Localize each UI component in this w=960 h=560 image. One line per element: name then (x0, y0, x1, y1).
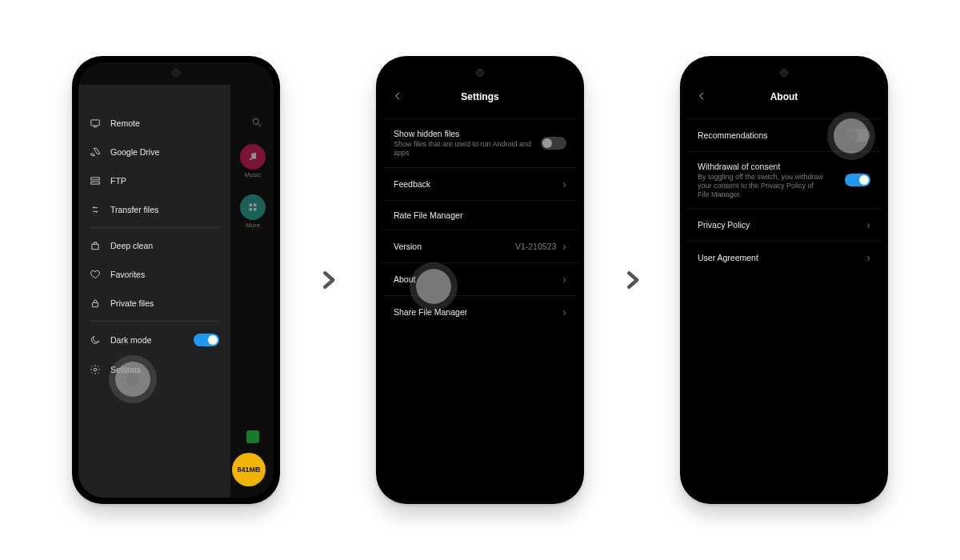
drawer-label: Google Drive (110, 147, 159, 157)
chevron-right-icon: › (562, 178, 566, 190)
gear-icon (90, 364, 101, 375)
row-label: User Agreement (698, 253, 758, 262)
nav-drawer: Remote Google Drive FTP Transfer files D… (78, 85, 230, 498)
svg-rect-4 (250, 204, 253, 207)
svg-rect-5 (254, 204, 257, 207)
row-version[interactable]: Version V1-210523 › (382, 230, 578, 262)
drawer-label: Private files (110, 298, 154, 308)
screen-1: Music More 841MB Remote Google Drive (78, 62, 274, 498)
svg-line-1 (258, 124, 261, 126)
drawer-item-settings[interactable]: Settings (78, 355, 230, 384)
gdrive-icon (90, 146, 101, 158)
version-value: V1-210523 (515, 242, 556, 251)
row-rate[interactable]: Rate File Manager (382, 200, 578, 230)
row-share[interactable]: Share File Manager › (382, 295, 578, 328)
consent-toggle[interactable] (845, 174, 870, 186)
svg-rect-7 (254, 208, 257, 211)
chevron-right-icon: › (866, 251, 870, 264)
row-label: Rate File Manager (394, 210, 462, 220)
storage-badge[interactable]: 841MB (232, 453, 266, 486)
row-label: Show hidden files (394, 129, 541, 138)
svg-rect-14 (92, 244, 98, 249)
drawer-item-favorites[interactable]: Favorites (78, 260, 230, 289)
page-title: About (770, 91, 798, 102)
moon-icon (90, 334, 101, 346)
drawer-label: Transfer files (110, 205, 158, 214)
row-label: Withdrawal of consent (698, 162, 826, 171)
search-icon[interactable] (251, 117, 262, 130)
darkmode-toggle[interactable] (194, 334, 219, 346)
chevron-right-icon (314, 266, 342, 294)
svg-rect-8 (91, 120, 100, 126)
drawer-label: Remote (110, 118, 140, 128)
row-label: Recommendations (698, 130, 768, 140)
chevron-right-icon: › (562, 273, 566, 286)
row-label: Version (394, 242, 422, 251)
drawer-item-darkmode[interactable]: Dark mode (78, 325, 230, 355)
recommendations-toggle[interactable] (845, 129, 870, 142)
screen-3: About Recommendations Withdrawal of cons… (686, 62, 882, 498)
chevron-right-icon: › (562, 240, 566, 253)
row-sub: By toggling off the switch, you withdraw… (698, 173, 826, 198)
row-sub: Show files that are used to run Android … (394, 140, 541, 158)
phone-frame-3: About Recommendations Withdrawal of cons… (680, 56, 888, 504)
row-hidden-files[interactable]: Show hidden files Show files that are us… (382, 118, 578, 167)
app-music-label: Music (245, 171, 262, 178)
drawer-item-ftp[interactable]: FTP (78, 166, 230, 195)
drawer-item-gdrive[interactable]: Google Drive (78, 138, 230, 166)
row-privacy-policy[interactable]: Privacy Policy › (686, 208, 882, 241)
cleaner-banner[interactable] (246, 430, 259, 443)
back-button[interactable] (696, 90, 707, 103)
lock-icon (90, 298, 101, 309)
screen-2: Settings Show hidden files Show files th… (382, 62, 578, 498)
svg-rect-12 (91, 178, 100, 180)
svg-rect-13 (91, 182, 100, 184)
back-button[interactable] (392, 90, 403, 103)
drawer-label: Favorites (110, 270, 145, 279)
svg-marker-10 (94, 148, 100, 154)
svg-point-2 (250, 158, 251, 160)
cleaner-icon (90, 240, 101, 251)
drawer-item-deepclean[interactable]: Deep clean (78, 231, 230, 260)
transfer-icon (90, 204, 101, 215)
chevron-right-icon (618, 266, 646, 294)
row-feedback[interactable]: Feedback › (382, 167, 578, 200)
svg-marker-11 (90, 154, 94, 155)
svg-point-0 (253, 118, 258, 124)
row-about[interactable]: About › (382, 262, 578, 295)
chevron-right-icon: › (562, 306, 566, 318)
row-recommendations[interactable]: Recommendations (686, 118, 882, 151)
row-label: Share File Manager (394, 307, 467, 317)
svg-point-16 (94, 368, 97, 371)
row-withdraw-consent[interactable]: Withdrawal of consent By toggling off th… (686, 151, 882, 208)
row-label: About (394, 274, 415, 284)
phone-frame-2: Settings Show hidden files Show files th… (376, 56, 584, 504)
app-more-icon[interactable] (240, 194, 266, 220)
svg-rect-6 (250, 208, 253, 211)
svg-point-3 (254, 158, 256, 159)
drawer-label: FTP (110, 176, 126, 186)
hidden-files-toggle[interactable] (541, 137, 566, 150)
drawer-item-remote[interactable]: Remote (78, 109, 230, 138)
drawer-label: Dark mode (110, 335, 151, 345)
page-title: Settings (461, 91, 498, 102)
app-music-icon[interactable] (240, 144, 266, 170)
row-user-agreement[interactable]: User Agreement › (686, 241, 882, 274)
drawer-label: Deep clean (110, 241, 153, 250)
row-label: Privacy Policy (698, 220, 750, 230)
drawer-item-transfer[interactable]: Transfer files (78, 195, 230, 224)
row-label: Feedback (394, 179, 430, 189)
drawer-item-private[interactable]: Private files (78, 289, 230, 318)
svg-rect-15 (93, 302, 98, 306)
heart-icon (90, 269, 101, 280)
phone-frame-1: Music More 841MB Remote Google Drive (72, 56, 280, 504)
remote-icon (90, 118, 101, 129)
drawer-label: Settings (110, 365, 141, 374)
chevron-right-icon: › (866, 218, 870, 231)
ftp-icon (90, 175, 101, 186)
app-more-label: More (246, 222, 260, 229)
